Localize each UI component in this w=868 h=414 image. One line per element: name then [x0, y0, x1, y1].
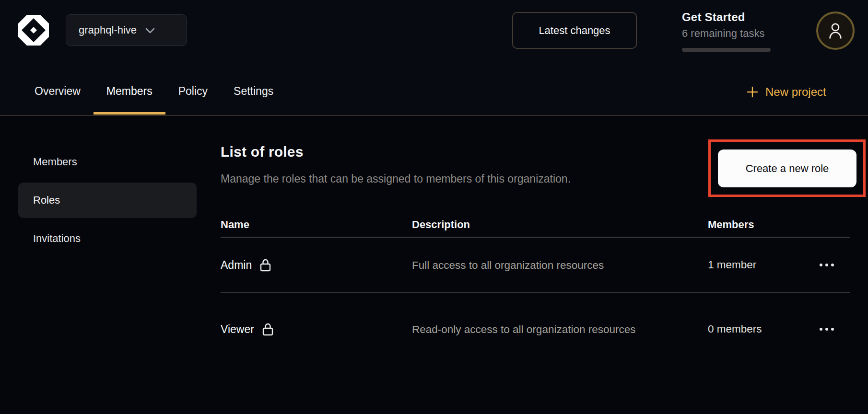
role-name-cell: Viewer [221, 322, 412, 336]
ellipsis-dot [820, 264, 822, 266]
tab-overview[interactable]: Overview [22, 67, 94, 115]
hive-logo-icon[interactable] [17, 13, 50, 47]
get-started-progress-bar [682, 48, 771, 52]
role-name: Admin [221, 259, 252, 272]
lock-icon [259, 258, 272, 272]
table-row-viewer: Viewer Read-only access to all organizat… [221, 293, 850, 365]
role-description: Read-only access to all organization res… [412, 321, 652, 338]
tab-label: Policy [178, 85, 208, 98]
subnav-item-members[interactable]: Members [18, 144, 197, 180]
get-started-remaining-tasks: 6 remaining tasks [682, 27, 764, 40]
tab-members[interactable]: Members [94, 67, 165, 115]
subnav-label: Roles [33, 194, 60, 207]
subnav-item-roles[interactable]: Roles [18, 183, 197, 218]
ellipsis-dot [831, 264, 834, 266]
table-row-admin: Admin Full access to all organization re… [221, 238, 850, 293]
page-subtitle: Manage the roles that can be assigned to… [221, 172, 571, 185]
tab-settings[interactable]: Settings [221, 67, 286, 115]
new-project-label: New project [765, 85, 826, 99]
roles-table: Name Description Members Admin Full acce… [221, 212, 850, 365]
ellipsis-dot [825, 328, 828, 331]
plus-icon [746, 86, 759, 98]
tab-label: Members [106, 85, 152, 98]
page-title: List of roles [221, 144, 304, 160]
new-project-button[interactable]: New project [742, 80, 830, 104]
get-started-title: Get Started [682, 11, 764, 24]
ellipsis-dot [831, 328, 834, 331]
subnav-item-invitations[interactable]: Invitations [18, 221, 197, 256]
user-icon [827, 22, 844, 40]
get-started-widget[interactable]: Get Started 6 remaining tasks [682, 11, 764, 40]
row-actions-menu-button[interactable] [816, 324, 838, 334]
tabbar-divider [0, 115, 868, 116]
lock-icon [261, 322, 274, 336]
role-description: Full access to all organization resource… [412, 257, 652, 274]
latest-changes-button[interactable]: Latest changes [512, 12, 637, 49]
create-new-role-button[interactable]: Create a new role [718, 150, 856, 187]
user-avatar-button[interactable] [816, 12, 855, 50]
column-header-name: Name [221, 218, 412, 231]
table-header-row: Name Description Members [221, 212, 850, 238]
column-header-description: Description [412, 218, 708, 231]
subnav-label: Invitations [33, 232, 81, 245]
org-switcher-dropdown[interactable]: graphql-hive [66, 14, 187, 46]
org-name: graphql-hive [79, 24, 137, 36]
tab-policy[interactable]: Policy [165, 67, 221, 115]
role-name-cell: Admin [221, 258, 412, 272]
role-member-count: 0 members [708, 323, 816, 335]
members-subnav: Members Roles Invitations [18, 144, 197, 259]
row-actions-menu-button[interactable] [816, 260, 838, 270]
role-member-count: 1 member [708, 259, 816, 271]
org-tabs: Overview Members Policy Settings [22, 67, 286, 115]
chevron-down-icon [145, 28, 155, 34]
column-header-members: Members [708, 218, 816, 231]
active-tab-underline [94, 112, 165, 115]
tab-label: Overview [35, 85, 81, 98]
role-name: Viewer [221, 323, 254, 336]
subnav-label: Members [33, 156, 77, 168]
tab-label: Settings [234, 85, 273, 98]
app-window: graphql-hive Latest changes Get Started … [0, 0, 868, 414]
ellipsis-dot [825, 264, 828, 266]
ellipsis-dot [820, 328, 822, 331]
